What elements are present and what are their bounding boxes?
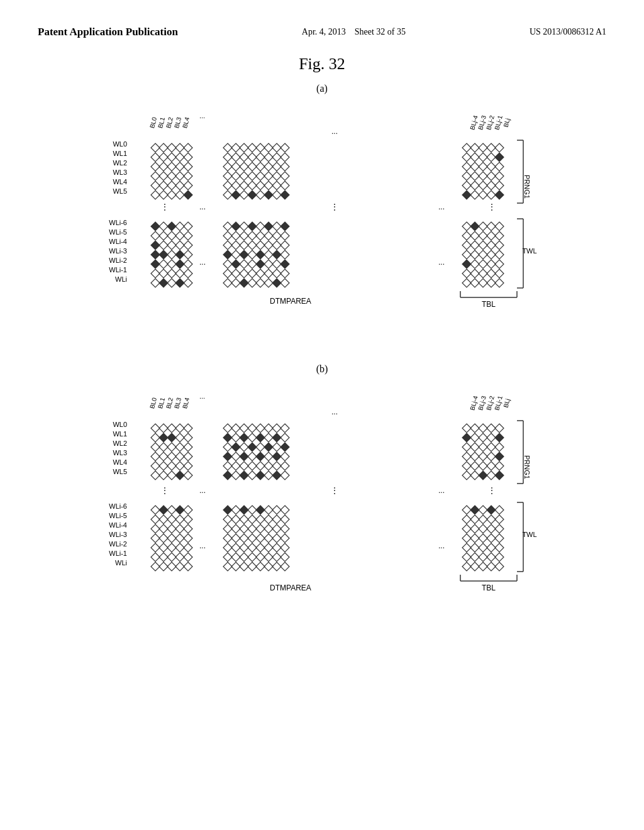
svg-marker-394: [462, 433, 471, 442]
grid-top-right-a: [462, 143, 504, 199]
svg-marker-438: [184, 534, 192, 543]
svg-marker-445: [159, 553, 168, 562]
svg-marker-468: [272, 515, 281, 524]
svg-text:WLi: WLi: [115, 559, 127, 567]
svg-marker-83: [264, 162, 273, 171]
svg-marker-53: [159, 181, 168, 190]
svg-marker-57: [151, 191, 160, 199]
svg-marker-441: [167, 543, 176, 552]
svg-marker-424: [151, 515, 160, 524]
svg-marker-173: [175, 279, 184, 287]
svg-text:⋮: ⋮: [161, 202, 169, 211]
svg-marker-170: [151, 279, 160, 287]
svg-marker-533: [487, 543, 496, 552]
svg-marker-351: [240, 433, 248, 442]
svg-marker-452: [175, 562, 184, 571]
svg-marker-244: [487, 241, 496, 250]
svg-marker-398: [495, 433, 504, 442]
svg-text:PRNG1: PRNG1: [523, 455, 531, 479]
svg-marker-516: [470, 515, 479, 524]
svg-marker-105: [248, 191, 257, 199]
svg-marker-323: [167, 443, 176, 451]
svg-marker-322: [159, 443, 168, 451]
svg-marker-151: [159, 241, 168, 250]
svg-marker-376: [248, 462, 257, 470]
svg-marker-250: [495, 250, 504, 259]
svg-marker-111: [470, 143, 479, 152]
svg-marker-200: [231, 250, 240, 259]
svg-marker-255: [495, 260, 504, 268]
grid-top-left-a: [151, 143, 192, 199]
svg-marker-260: [495, 269, 504, 278]
svg-marker-258: [479, 269, 487, 278]
svg-marker-182: [280, 222, 289, 231]
svg-marker-341: [223, 424, 232, 433]
svg-marker-178: [248, 222, 257, 231]
svg-marker-395: [470, 433, 479, 442]
svg-marker-367: [240, 452, 248, 461]
svg-marker-123: [487, 162, 496, 171]
svg-marker-389: [462, 424, 471, 433]
svg-marker-86: [223, 172, 232, 180]
svg-marker-84: [272, 162, 281, 171]
svg-marker-126: [470, 172, 479, 180]
svg-marker-324: [175, 443, 184, 451]
svg-marker-208: [231, 260, 240, 268]
svg-marker-98: [256, 181, 265, 190]
svg-marker-139: [495, 191, 504, 199]
grid-top-middle-b: [223, 424, 289, 480]
svg-marker-102: [223, 191, 232, 199]
svg-marker-140: [151, 222, 160, 231]
svg-marker-429: [151, 524, 160, 533]
svg-text:...: ...: [199, 258, 206, 267]
svg-marker-361: [256, 443, 265, 451]
svg-text:TBL: TBL: [482, 584, 496, 592]
svg-marker-194: [248, 241, 257, 250]
svg-marker-410: [470, 462, 479, 470]
svg-marker-362: [264, 443, 273, 451]
svg-marker-192: [231, 241, 240, 250]
svg-marker-128: [487, 172, 496, 180]
svg-marker-183: [223, 231, 232, 240]
svg-marker-252: [470, 260, 479, 268]
svg-marker-181: [272, 222, 281, 231]
svg-marker-125: [462, 172, 471, 180]
svg-marker-417: [487, 471, 496, 480]
svg-marker-359: [240, 443, 248, 451]
grid-top-middle-a: [223, 143, 289, 199]
svg-marker-65: [248, 143, 257, 152]
svg-marker-92: [272, 172, 281, 180]
svg-marker-420: [159, 506, 168, 514]
svg-text:WLi-2: WLi-2: [109, 257, 127, 264]
svg-marker-45: [175, 162, 184, 171]
svg-marker-154: [184, 241, 192, 250]
svg-marker-450: [159, 562, 168, 571]
svg-marker-38: [159, 153, 168, 162]
svg-marker-537: [479, 553, 487, 562]
svg-marker-177: [240, 222, 248, 231]
svg-marker-386: [264, 471, 273, 480]
svg-text:DTMPAREA: DTMPAREA: [270, 297, 311, 306]
svg-marker-209: [240, 260, 248, 268]
svg-marker-122: [479, 162, 487, 171]
svg-marker-462: [223, 515, 232, 524]
svg-marker-237: [470, 231, 479, 240]
grid-bottom-right-a: [462, 222, 504, 287]
svg-marker-347: [272, 424, 281, 433]
svg-marker-391: [479, 424, 487, 433]
svg-marker-117: [479, 153, 487, 162]
svg-marker-338: [167, 471, 176, 480]
svg-marker-51: [184, 172, 192, 180]
svg-marker-256: [462, 269, 471, 278]
svg-marker-232: [470, 222, 479, 231]
svg-marker-157: [167, 250, 176, 259]
svg-marker-82: [256, 162, 265, 171]
svg-marker-402: [487, 443, 496, 451]
svg-marker-61: [184, 191, 192, 199]
svg-marker-153: [175, 241, 184, 250]
sub-label-b: (b): [64, 363, 580, 375]
svg-marker-58: [159, 191, 168, 199]
svg-text:PRNG1: PRNG1: [523, 175, 531, 199]
svg-marker-95: [231, 181, 240, 190]
svg-marker-413: [495, 462, 504, 470]
